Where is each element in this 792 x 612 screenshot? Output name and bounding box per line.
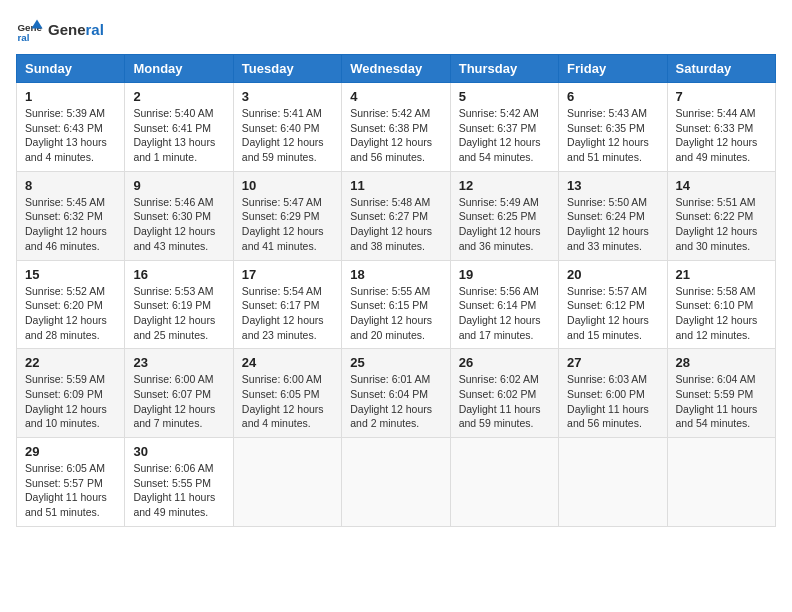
day-number: 19 [459,267,550,282]
day-info: Sunrise: 6:02 AMSunset: 6:02 PMDaylight … [459,372,550,431]
calendar-cell: 14Sunrise: 5:51 AMSunset: 6:22 PMDayligh… [667,171,775,260]
calendar-cell: 1Sunrise: 5:39 AMSunset: 6:43 PMDaylight… [17,83,125,172]
day-info: Sunrise: 5:41 AMSunset: 6:40 PMDaylight … [242,106,333,165]
day-info: Sunrise: 5:40 AMSunset: 6:41 PMDaylight … [133,106,224,165]
calendar-cell: 24Sunrise: 6:00 AMSunset: 6:05 PMDayligh… [233,349,341,438]
calendar-cell: 10Sunrise: 5:47 AMSunset: 6:29 PMDayligh… [233,171,341,260]
day-number: 28 [676,355,767,370]
week-row-2: 8Sunrise: 5:45 AMSunset: 6:32 PMDaylight… [17,171,776,260]
calendar-cell [342,438,450,527]
day-number: 12 [459,178,550,193]
week-row-1: 1Sunrise: 5:39 AMSunset: 6:43 PMDaylight… [17,83,776,172]
day-info: Sunrise: 6:00 AMSunset: 6:07 PMDaylight … [133,372,224,431]
calendar-cell: 8Sunrise: 5:45 AMSunset: 6:32 PMDaylight… [17,171,125,260]
day-header-saturday: Saturday [667,55,775,83]
calendar-cell [450,438,558,527]
calendar-cell: 3Sunrise: 5:41 AMSunset: 6:40 PMDaylight… [233,83,341,172]
calendar-cell: 17Sunrise: 5:54 AMSunset: 6:17 PMDayligh… [233,260,341,349]
day-number: 8 [25,178,116,193]
day-info: Sunrise: 6:03 AMSunset: 6:00 PMDaylight … [567,372,658,431]
day-number: 24 [242,355,333,370]
calendar-cell: 16Sunrise: 5:53 AMSunset: 6:19 PMDayligh… [125,260,233,349]
calendar-cell: 7Sunrise: 5:44 AMSunset: 6:33 PMDaylight… [667,83,775,172]
day-header-tuesday: Tuesday [233,55,341,83]
day-number: 10 [242,178,333,193]
day-info: Sunrise: 5:44 AMSunset: 6:33 PMDaylight … [676,106,767,165]
logo-text-line1: General [48,21,104,39]
day-info: Sunrise: 5:43 AMSunset: 6:35 PMDaylight … [567,106,658,165]
calendar-cell: 30Sunrise: 6:06 AMSunset: 5:55 PMDayligh… [125,438,233,527]
calendar-table: SundayMondayTuesdayWednesdayThursdayFrid… [16,54,776,527]
calendar-cell: 6Sunrise: 5:43 AMSunset: 6:35 PMDaylight… [559,83,667,172]
calendar-cell: 26Sunrise: 6:02 AMSunset: 6:02 PMDayligh… [450,349,558,438]
week-row-3: 15Sunrise: 5:52 AMSunset: 6:20 PMDayligh… [17,260,776,349]
day-info: Sunrise: 5:56 AMSunset: 6:14 PMDaylight … [459,284,550,343]
calendar-cell: 15Sunrise: 5:52 AMSunset: 6:20 PMDayligh… [17,260,125,349]
day-number: 23 [133,355,224,370]
day-info: Sunrise: 6:01 AMSunset: 6:04 PMDaylight … [350,372,441,431]
svg-text:ral: ral [17,32,29,43]
day-number: 29 [25,444,116,459]
day-number: 3 [242,89,333,104]
day-number: 9 [133,178,224,193]
day-info: Sunrise: 5:48 AMSunset: 6:27 PMDaylight … [350,195,441,254]
day-info: Sunrise: 5:54 AMSunset: 6:17 PMDaylight … [242,284,333,343]
calendar-cell: 22Sunrise: 5:59 AMSunset: 6:09 PMDayligh… [17,349,125,438]
day-header-sunday: Sunday [17,55,125,83]
calendar-cell: 21Sunrise: 5:58 AMSunset: 6:10 PMDayligh… [667,260,775,349]
day-info: Sunrise: 6:05 AMSunset: 5:57 PMDaylight … [25,461,116,520]
calendar-cell: 29Sunrise: 6:05 AMSunset: 5:57 PMDayligh… [17,438,125,527]
calendar-cell: 28Sunrise: 6:04 AMSunset: 5:59 PMDayligh… [667,349,775,438]
day-number: 17 [242,267,333,282]
logo-icon: Gene ral [16,16,44,44]
day-info: Sunrise: 5:46 AMSunset: 6:30 PMDaylight … [133,195,224,254]
day-number: 16 [133,267,224,282]
day-info: Sunrise: 6:00 AMSunset: 6:05 PMDaylight … [242,372,333,431]
calendar-cell: 25Sunrise: 6:01 AMSunset: 6:04 PMDayligh… [342,349,450,438]
day-info: Sunrise: 5:57 AMSunset: 6:12 PMDaylight … [567,284,658,343]
day-info: Sunrise: 6:04 AMSunset: 5:59 PMDaylight … [676,372,767,431]
week-row-5: 29Sunrise: 6:05 AMSunset: 5:57 PMDayligh… [17,438,776,527]
logo: Gene ral General [16,16,104,44]
day-info: Sunrise: 5:39 AMSunset: 6:43 PMDaylight … [25,106,116,165]
day-number: 15 [25,267,116,282]
day-number: 20 [567,267,658,282]
calendar-cell: 13Sunrise: 5:50 AMSunset: 6:24 PMDayligh… [559,171,667,260]
day-number: 22 [25,355,116,370]
calendar-cell: 20Sunrise: 5:57 AMSunset: 6:12 PMDayligh… [559,260,667,349]
calendar-cell: 12Sunrise: 5:49 AMSunset: 6:25 PMDayligh… [450,171,558,260]
day-info: Sunrise: 5:42 AMSunset: 6:38 PMDaylight … [350,106,441,165]
day-number: 6 [567,89,658,104]
day-header-friday: Friday [559,55,667,83]
calendar-cell [559,438,667,527]
day-info: Sunrise: 5:58 AMSunset: 6:10 PMDaylight … [676,284,767,343]
day-info: Sunrise: 5:50 AMSunset: 6:24 PMDaylight … [567,195,658,254]
day-header-monday: Monday [125,55,233,83]
day-number: 21 [676,267,767,282]
day-header-thursday: Thursday [450,55,558,83]
calendar-cell [233,438,341,527]
day-header-wednesday: Wednesday [342,55,450,83]
day-number: 14 [676,178,767,193]
day-info: Sunrise: 5:51 AMSunset: 6:22 PMDaylight … [676,195,767,254]
day-number: 11 [350,178,441,193]
day-number: 4 [350,89,441,104]
day-info: Sunrise: 5:52 AMSunset: 6:20 PMDaylight … [25,284,116,343]
week-row-4: 22Sunrise: 5:59 AMSunset: 6:09 PMDayligh… [17,349,776,438]
calendar-cell: 19Sunrise: 5:56 AMSunset: 6:14 PMDayligh… [450,260,558,349]
day-number: 7 [676,89,767,104]
day-number: 25 [350,355,441,370]
day-number: 30 [133,444,224,459]
day-number: 26 [459,355,550,370]
day-info: Sunrise: 5:45 AMSunset: 6:32 PMDaylight … [25,195,116,254]
day-number: 1 [25,89,116,104]
day-number: 2 [133,89,224,104]
day-info: Sunrise: 5:47 AMSunset: 6:29 PMDaylight … [242,195,333,254]
calendar-cell: 9Sunrise: 5:46 AMSunset: 6:30 PMDaylight… [125,171,233,260]
calendar-cell: 18Sunrise: 5:55 AMSunset: 6:15 PMDayligh… [342,260,450,349]
day-info: Sunrise: 5:42 AMSunset: 6:37 PMDaylight … [459,106,550,165]
day-number: 5 [459,89,550,104]
day-info: Sunrise: 5:55 AMSunset: 6:15 PMDaylight … [350,284,441,343]
day-info: Sunrise: 6:06 AMSunset: 5:55 PMDaylight … [133,461,224,520]
day-number: 18 [350,267,441,282]
